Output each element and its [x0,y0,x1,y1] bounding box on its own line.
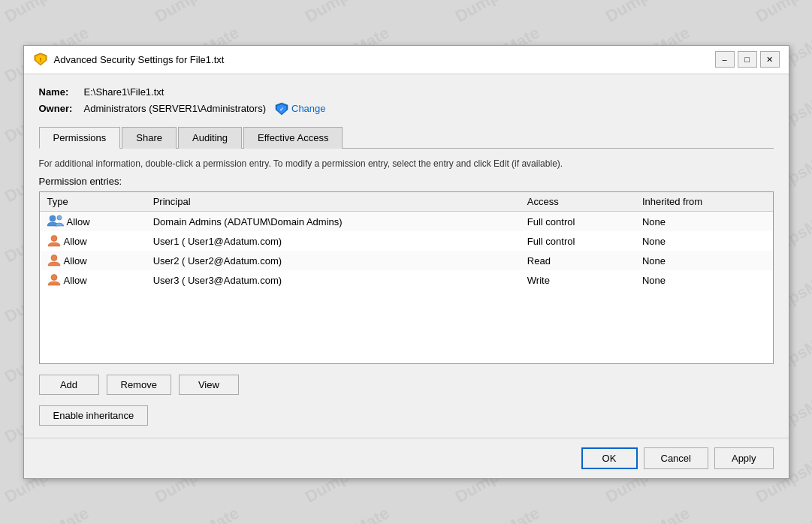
user-icon [47,234,61,248]
col-access: Access [520,192,635,212]
permissions-tbody: Allow Domain Admins (ADATUM\Domain Admin… [40,212,773,291]
table-row[interactable]: Allow User3 ( User3@Adatum.com) Write No… [40,270,773,290]
cancel-button[interactable]: Cancel [644,447,708,469]
name-value: E:\Share1\File1.txt [84,86,165,98]
tab-effective-access[interactable]: Effective Access [243,127,343,149]
dialog-icon: ! [33,52,48,67]
tab-share[interactable]: Share [122,127,177,149]
type-cell: Allow [40,212,146,232]
table-row[interactable]: Allow Domain Admins (ADATUM\Domain Admin… [40,212,773,232]
tab-auditing[interactable]: Auditing [178,127,242,149]
description-text: For additional information, double-click… [39,158,774,170]
owner-value: Administrators (SERVER1\Administrators) [84,103,267,114]
shield-blue-icon: ✓ [275,102,288,116]
apply-button[interactable]: Apply [714,447,774,469]
principal-cell: Domain Admins (ADATUM\Domain Admins) [146,212,520,232]
principal-cell: User2 ( User2@Adatum.com) [146,251,520,270]
type-cell: Allow [40,270,146,290]
owner-label: Owner: [39,103,84,114]
inherited-cell: None [635,251,773,270]
access-cell: Full control [520,231,635,251]
dialog-footer: OK Cancel Apply [24,438,789,478]
action-buttons-row: Add Remove View [39,375,774,395]
col-inherited: Inherited from [635,192,773,212]
tabs-container: Permissions Share Auditing Effective Acc… [39,126,774,149]
svg-text:!: ! [39,56,41,63]
change-label: Change [291,103,326,114]
svg-point-10 [51,275,57,281]
restore-button[interactable]: □ [738,51,757,68]
title-bar: ! Advanced Security Settings for File1.t… [24,46,789,74]
inherited-cell: None [635,212,773,232]
table-row[interactable]: Allow User2 ( User2@Adatum.com) Read Non… [40,251,773,270]
enable-inheritance-button[interactable]: Enable inheritance [39,405,149,426]
table-header: Type Principal Access Inherited from [40,192,773,212]
advanced-security-dialog: ! Advanced Security Settings for File1.t… [23,45,789,480]
access-cell: Write [520,270,635,290]
type-cell: Allow [40,251,146,270]
dialog-title: Advanced Security Settings for File1.txt [54,54,715,65]
permissions-table: Type Principal Access Inherited from [40,192,773,290]
minimize-button[interactable]: – [715,51,735,68]
add-button[interactable]: Add [39,375,99,395]
principal-cell: User3 ( User3@Adatum.com) [146,270,520,290]
title-bar-controls: – □ ✕ [715,51,780,68]
group-icon [47,215,64,228]
svg-point-7 [57,215,62,220]
inherited-cell: None [635,231,773,251]
dialog-body: Name: E:\Share1\File1.txt Owner: Adminis… [24,74,789,438]
inherited-cell: None [635,270,773,290]
remove-button[interactable]: Remove [107,375,171,395]
ok-button[interactable]: OK [581,447,638,469]
access-cell: Read [520,251,635,270]
col-type: Type [40,192,146,212]
tab-permissions[interactable]: Permissions [39,127,121,149]
close-button[interactable]: ✕ [760,51,780,68]
user-icon [47,254,61,267]
type-cell: Allow [40,231,146,251]
svg-point-8 [51,236,57,242]
svg-text:✓: ✓ [279,107,284,112]
info-section: Name: E:\Share1\File1.txt Owner: Adminis… [39,86,774,116]
view-button[interactable]: View [179,375,239,395]
owner-row: Owner: Administrators (SERVER1\Administr… [39,102,774,116]
permission-entries-label: Permission entries: [39,176,774,187]
access-cell: Full control [520,212,635,232]
svg-point-9 [51,255,57,261]
svg-point-6 [50,215,56,221]
user-icon [47,273,61,287]
table-row[interactable]: Allow User1 ( User1@Adatum.com) Full con… [40,231,773,251]
name-row: Name: E:\Share1\File1.txt [39,86,774,98]
change-owner-button[interactable]: ✓ Change [275,102,326,116]
table-header-row: Type Principal Access Inherited from [40,192,773,212]
permissions-table-wrapper: Type Principal Access Inherited from [39,191,774,364]
name-label: Name: [39,86,84,98]
principal-cell: User1 ( User1@Adatum.com) [146,231,520,251]
col-principal: Principal [146,192,520,212]
